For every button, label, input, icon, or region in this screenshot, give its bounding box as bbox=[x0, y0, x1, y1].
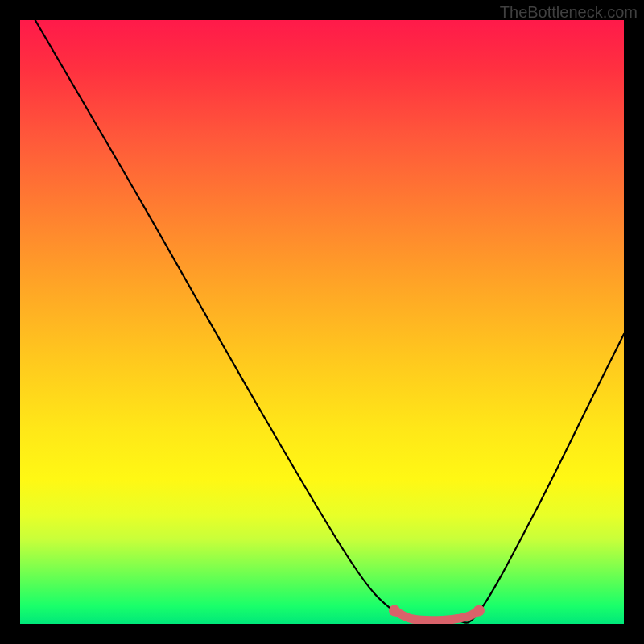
watermark-text: TheBottleneck.com bbox=[500, 3, 638, 22]
plot-area bbox=[20, 20, 624, 624]
optimal-range-marker bbox=[389, 605, 485, 621]
chart-container: TheBottleneck.com bbox=[0, 0, 644, 644]
svg-point-0 bbox=[389, 605, 400, 617]
curve-layer bbox=[20, 20, 624, 624]
bottleneck-curve bbox=[35, 20, 624, 623]
svg-point-1 bbox=[473, 605, 485, 617]
